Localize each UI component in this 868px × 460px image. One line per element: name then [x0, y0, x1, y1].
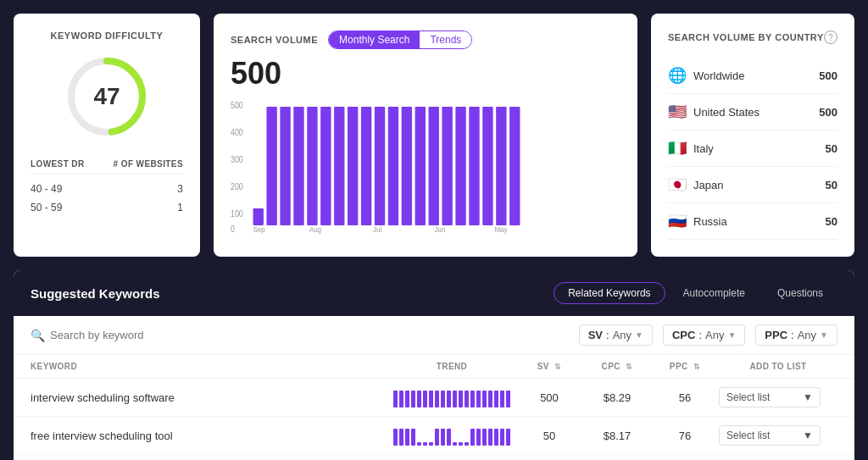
bottom-title: Suggested Keywords	[31, 286, 160, 301]
filter-bar: 🔍 SV : Any ▼ CPC : Any ▼ PPC : Any ▼	[14, 316, 854, 355]
us-flag: 🇺🇸	[668, 103, 687, 121]
russia-flag: 🇷🇺	[668, 212, 687, 230]
svg-rect-22	[442, 107, 452, 225]
tab-related-keywords[interactable]: Related Keywords	[554, 282, 665, 304]
trend-bar	[459, 391, 463, 407]
trend-bar	[453, 391, 457, 407]
svg-rect-11	[293, 107, 303, 225]
trend-bar	[417, 442, 421, 446]
cpc-filter-arrow: ▼	[727, 330, 736, 340]
svg-text:2017: 2017	[253, 232, 269, 234]
col-add-header: ADD TO LIST	[719, 362, 837, 371]
kd-row2-range: 50 - 59	[31, 202, 62, 213]
col-ppc-header[interactable]: PPC ⇅	[651, 362, 719, 371]
ppc-filter-arrow: ▼	[820, 330, 828, 340]
table-row: interview scheduling software	[14, 379, 854, 417]
svg-text:2020: 2020	[431, 232, 447, 234]
trend-bar	[494, 429, 498, 446]
trend-bar	[429, 442, 433, 446]
svg-rect-15	[348, 107, 358, 225]
italy-value: 50	[826, 142, 837, 155]
table-row: free interview scheduling tool	[14, 417, 854, 455]
country-card: SEARCH VOLUME BY COUNTRY ? 🌐 Worldwide 5…	[651, 14, 854, 257]
kd-value: 47	[93, 83, 120, 110]
japan-name: Japan	[693, 179, 723, 191]
kd-col1-header: LOWEST DR	[31, 159, 85, 169]
keyword-difficulty-card: KEYWORD DIFFICULTY 47 LOWEST DR # OF WEB…	[14, 14, 200, 257]
trend-bars	[388, 387, 515, 407]
svg-rect-25	[482, 107, 492, 225]
suggested-keywords-section: Suggested Keywords Related Keywords Auto…	[14, 270, 854, 460]
sv-filter-value: Any	[613, 329, 632, 341]
col-cpc-header[interactable]: CPC ⇅	[583, 362, 651, 371]
table-header: KEYWORD TREND SV ⇅ CPC ⇅ PPC ⇅ ADD TO LI…	[14, 355, 854, 379]
kd-circle: 47	[64, 54, 149, 139]
trend-bar	[453, 442, 457, 446]
search-wrap: 🔍	[31, 329, 220, 342]
country-row-worldwide: 🌐 Worldwide 500	[668, 58, 837, 94]
trend-bar	[405, 391, 409, 407]
ppc-filter[interactable]: PPC : Any ▼	[755, 324, 837, 346]
trend-bar	[441, 391, 445, 407]
trend-bar	[423, 442, 427, 446]
cpc-filter-value: Any	[705, 329, 724, 341]
country-title: SEARCH VOLUME BY COUNTRY	[668, 32, 824, 42]
sv-title: SEARCH VOLUME	[231, 35, 318, 45]
svg-rect-12	[307, 107, 317, 225]
sv-filter[interactable]: SV : Any ▼	[579, 324, 653, 346]
tab-trends[interactable]: Trends	[420, 31, 471, 48]
italy-flag: 🇮🇹	[668, 139, 687, 158]
table-row: 50 - 59 1	[31, 198, 183, 217]
trend-bar	[476, 391, 481, 407]
select-list-dropdown[interactable]: Select list ▼	[719, 425, 821, 446]
svg-rect-8	[253, 208, 264, 225]
col-keyword-header: KEYWORD	[31, 362, 388, 371]
info-icon[interactable]: ?	[824, 30, 837, 44]
country-row-us: 🇺🇸 United States 500	[668, 94, 837, 130]
cpc-filter[interactable]: CPC : Any ▼	[663, 324, 745, 346]
col-sv-header[interactable]: SV ⇅	[515, 362, 583, 371]
svg-rect-20	[415, 107, 426, 225]
trend-bar	[393, 429, 398, 446]
svg-rect-9	[266, 107, 276, 225]
keyword-tabs[interactable]: Related Keywords Autocomplete Questions	[554, 282, 837, 304]
japan-value: 50	[826, 179, 837, 191]
trend-bar	[470, 429, 475, 446]
trend-bar	[465, 391, 469, 407]
trend-bar	[506, 391, 510, 407]
trend-bar	[423, 391, 427, 407]
trend-bar	[447, 391, 451, 407]
svg-rect-18	[388, 107, 398, 225]
trend-bar	[399, 429, 403, 446]
country-row-italy: 🇮🇹 Italy 50	[668, 130, 837, 167]
sv-value: 500	[231, 56, 620, 91]
worldwide-value: 500	[819, 69, 837, 82]
trend-bar	[506, 429, 510, 446]
svg-text:500: 500	[231, 100, 243, 110]
select-list-cell: Select list ▼	[719, 425, 837, 446]
kd-row2-count: 1	[177, 202, 183, 213]
kd-col2-header: # OF WEBSITES	[114, 159, 183, 169]
search-input[interactable]	[50, 329, 220, 341]
svg-text:2018: 2018	[309, 232, 325, 234]
keyword-text: interview scheduling software	[31, 391, 175, 404]
ppc-filter-value: Any	[798, 329, 816, 341]
table-row: 40 - 49 3	[31, 180, 183, 198]
sv-tabs[interactable]: Monthly Search Trends	[328, 30, 472, 49]
tab-questions[interactable]: Questions	[763, 282, 837, 304]
svg-rect-23	[455, 107, 465, 225]
select-list-label: Select list	[726, 430, 770, 441]
kd-row1-count: 3	[177, 183, 183, 195]
svg-rect-13	[320, 107, 331, 225]
tab-autocomplete[interactable]: Autocomplete	[669, 282, 760, 304]
keyword-text: free interview scheduling tool	[31, 430, 173, 442]
svg-rect-10	[280, 107, 290, 225]
trend-bar	[476, 429, 481, 446]
country-row-russia: 🇷🇺 Russia 50	[668, 203, 837, 240]
svg-rect-21	[429, 107, 439, 225]
svg-rect-26	[496, 107, 506, 225]
kd-table: LOWEST DR # OF WEBSITES 40 - 49 3 50 - 5…	[31, 159, 183, 217]
tab-monthly-search[interactable]: Monthly Search	[329, 31, 420, 48]
svg-rect-19	[402, 107, 412, 225]
select-list-dropdown[interactable]: Select list ▼	[719, 387, 821, 407]
